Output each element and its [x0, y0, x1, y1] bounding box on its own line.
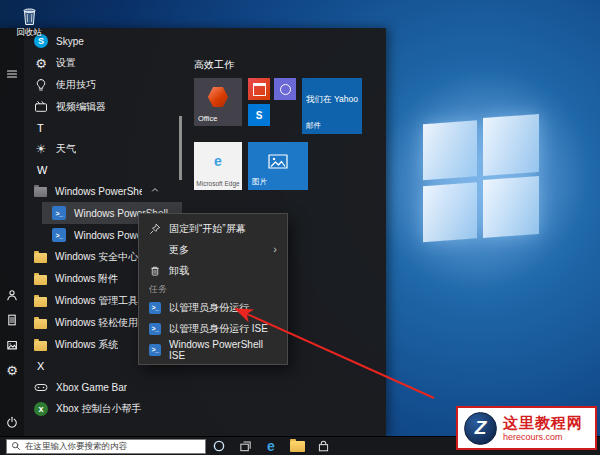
search-input[interactable]	[25, 441, 201, 451]
powershell-ise-icon	[149, 344, 161, 356]
app-list-section-T[interactable]: T	[24, 118, 182, 138]
folder-icon	[34, 275, 47, 285]
start-menu-rail	[0, 28, 24, 437]
task-view-icon	[239, 440, 252, 453]
app-list-item-weather[interactable]: 天气	[24, 138, 182, 160]
edge-icon	[267, 437, 275, 455]
app-list-item-xbox-console-companion[interactable]: Xbox 控制台小帮手	[24, 398, 182, 420]
mail-promo-text: 我们在 Yahoo	[302, 94, 362, 106]
app-list-group-windows-powershell[interactable]: Windows PowerShell	[24, 180, 182, 202]
store-button[interactable]	[310, 437, 336, 455]
watermark-logo	[464, 412, 497, 445]
document-icon	[6, 314, 18, 326]
photos-icon	[268, 154, 288, 169]
menu-expand-button[interactable]	[0, 62, 24, 86]
powershell-icon	[52, 206, 66, 220]
power-icon	[6, 416, 18, 428]
video-editor-icon	[34, 100, 48, 114]
watermark-site-url: herecours.com	[503, 432, 583, 442]
context-item-run-as-admin[interactable]: 以管理员身份运行	[139, 297, 287, 318]
app-list-scrollbar[interactable]	[179, 116, 182, 180]
cortana-button[interactable]	[206, 437, 232, 455]
app-list-item-video-editor[interactable]: 视频编辑器	[24, 96, 182, 118]
tile-small-skype[interactable]	[248, 104, 270, 126]
gear-icon	[34, 56, 48, 70]
powershell-icon	[52, 228, 66, 242]
pictures-button[interactable]	[0, 333, 24, 357]
context-item-powershell-ise[interactable]: Windows PowerShell ISE	[139, 339, 287, 360]
hamburger-icon	[6, 68, 18, 80]
tile-office[interactable]: Office	[194, 78, 242, 126]
app-folder-icon	[34, 187, 47, 197]
context-menu: 固定到“开始”屏幕 更多 卸载 任务 以管理员身份运行 以管理员身份运行 ISE…	[138, 213, 288, 365]
context-item-run-ise-as-admin[interactable]: 以管理员身份运行 ISE	[139, 318, 287, 339]
chevron-right-icon	[273, 244, 277, 255]
folder-icon	[34, 297, 47, 307]
folder-icon	[34, 341, 47, 351]
pictures-icon	[6, 339, 18, 351]
user-icon	[6, 289, 18, 301]
tile-group-title: 高效工作	[194, 58, 234, 72]
context-item-uninstall[interactable]: 卸载	[139, 260, 287, 281]
context-item-more[interactable]: 更多	[139, 239, 287, 260]
taskbar-search-box[interactable]	[6, 439, 206, 454]
trash-icon	[149, 265, 161, 277]
weather-sun-icon	[34, 142, 48, 156]
watermark-site-name: 这里教程网	[503, 414, 583, 431]
edge-taskbar-button[interactable]	[258, 437, 284, 455]
tile-microsoft-edge[interactable]: Microsoft Edge	[194, 142, 242, 190]
file-explorer-button[interactable]	[284, 437, 310, 455]
edge-icon	[194, 144, 242, 172]
xbox-icon	[34, 402, 48, 416]
power-button[interactable]	[0, 410, 24, 434]
powershell-icon	[149, 302, 161, 314]
folder-icon	[34, 319, 47, 329]
settings-button[interactable]	[0, 358, 24, 382]
gamepad-icon	[34, 380, 48, 394]
context-section-tasks: 任务	[139, 281, 287, 297]
tile-small-calendar[interactable]	[248, 78, 270, 100]
windows-wallpaper-logo	[423, 114, 541, 246]
folder-icon	[290, 441, 305, 452]
desktop: 回收站	[0, 0, 600, 455]
chevron-up-icon	[150, 185, 160, 197]
app-list-section-W[interactable]: W	[24, 160, 182, 180]
pin-icon	[149, 223, 161, 235]
app-list-item-settings[interactable]: 设置	[24, 52, 182, 74]
recycle-bin-label: 回收站	[8, 27, 50, 39]
recycle-bin-icon	[20, 6, 39, 26]
documents-button[interactable]	[0, 308, 24, 332]
recycle-bin[interactable]: 回收站	[8, 6, 50, 39]
cortana-icon	[212, 439, 226, 453]
powershell-ise-icon	[149, 323, 161, 335]
search-icon	[11, 441, 21, 451]
site-watermark: 这里教程网 herecours.com	[456, 406, 597, 450]
gear-icon	[5, 363, 19, 377]
logo-glow	[375, 63, 589, 298]
tile-mail[interactable]: 我们在 Yahoo 邮件	[302, 78, 362, 134]
office-logo-icon	[207, 86, 229, 108]
folder-icon	[34, 253, 47, 263]
tile-small-people[interactable]	[274, 78, 296, 100]
lightbulb-icon	[34, 78, 48, 92]
context-item-pin-to-start[interactable]: 固定到“开始”屏幕	[139, 218, 287, 239]
store-bag-icon	[317, 440, 330, 453]
app-list-item-tips[interactable]: 使用技巧	[24, 74, 182, 96]
app-list-item-xbox-game-bar[interactable]: Xbox Game Bar	[24, 376, 182, 398]
tile-photos[interactable]: 图片	[248, 142, 308, 190]
task-view-button[interactable]	[232, 437, 258, 455]
user-account-button[interactable]	[0, 283, 24, 307]
